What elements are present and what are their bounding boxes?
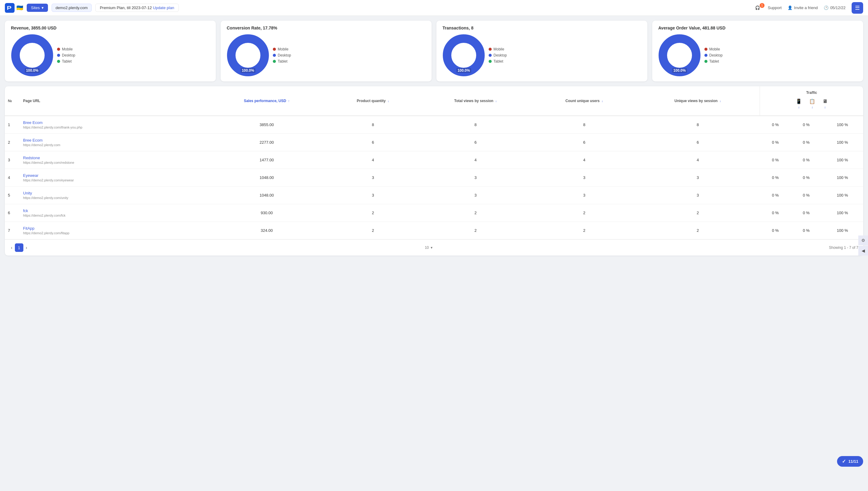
col-total-views[interactable]: Total views by session ↓ (418, 86, 533, 116)
page-name-link[interactable]: fck (23, 208, 203, 213)
header-right: 🎧 1 Support 👤 Invite a friend 🕐 05/12/22… (755, 2, 863, 14)
cell-page: Bree Ecom https://demo2.plerdy.com/thank… (20, 116, 206, 134)
stat-chart-0: 100.0% Mobile Desktop Tablet (11, 34, 210, 77)
cell-tablet: 0 % (791, 151, 822, 169)
svg-point-8 (669, 45, 690, 66)
legend-label: Desktop (709, 53, 723, 57)
prev-page-button[interactable]: ‹ (10, 244, 14, 251)
legend-label: Desktop (62, 53, 75, 57)
page-name-link[interactable]: Bree Ecom (23, 120, 203, 125)
legend-item: Tablet (705, 59, 723, 63)
page-name-link[interactable]: Redstone (23, 155, 203, 160)
legend-dot (489, 60, 492, 63)
page-name-link[interactable]: FitApp (23, 226, 203, 231)
legend-item: Tablet (57, 59, 75, 63)
support-label: Support (768, 5, 782, 10)
legend-item: Tablet (489, 59, 507, 63)
stat-card-1: Conversion Rate, 17.78% 100.0% Mobile (221, 21, 432, 81)
page-1-button[interactable]: 1 (15, 243, 23, 252)
legend-label: Tablet (278, 59, 287, 63)
legend-1: Mobile Desktop Tablet (273, 47, 291, 63)
invite-link[interactable]: 👤 Invite a friend (787, 5, 817, 10)
col-no: № (5, 86, 20, 116)
cell-product-qty: 2 (328, 222, 418, 239)
col-unique-views[interactable]: Unique views by session ↓ (636, 86, 760, 116)
legend-dot (705, 54, 708, 57)
sites-button[interactable]: Sites ▾ (27, 4, 48, 12)
logo[interactable]: 🇺🇦 (5, 3, 23, 13)
legend-item: Desktop (705, 53, 723, 57)
support-link[interactable]: 🎧 1 Support (755, 5, 782, 10)
legend-dot (705, 60, 708, 63)
cell-product-qty: 2 (328, 204, 418, 222)
update-plan-link[interactable]: Update plan (153, 5, 174, 10)
page-name-link[interactable]: Eyewear (23, 173, 203, 178)
legend-dot (489, 48, 492, 51)
menu-button[interactable]: ☰ (851, 2, 863, 14)
donut-chart-3: 100.0% (658, 34, 701, 77)
cell-no: 2 (5, 134, 20, 151)
cell-unique-users: 3 (533, 169, 636, 186)
stat-title-0: Revenue, 3855.00 USD (11, 26, 210, 30)
cell-total-views: 3 (418, 169, 533, 186)
cell-no: 7 (5, 222, 20, 239)
col-sales[interactable]: Sales performance, USD ↑ (206, 86, 328, 116)
cell-product-qty: 3 (328, 169, 418, 186)
legend-label: Tablet (494, 59, 503, 63)
tablet-sort[interactable]: ↓ (811, 105, 813, 109)
col-unique-users[interactable]: Count unique users ↓ (533, 86, 636, 116)
traffic-icons: 📱 ↓ 📋 ↓ 🖥 ↓ (763, 96, 860, 111)
cell-product-qty: 8 (328, 116, 418, 134)
legend-item: Desktop (273, 53, 291, 57)
cell-desktop: 100 % (822, 116, 863, 134)
page-name-link[interactable]: Unity (23, 191, 203, 195)
cell-unique-users: 2 (533, 222, 636, 239)
desktop-sort[interactable]: ↓ (824, 105, 826, 109)
donut-chart-2: 100.0% (442, 34, 485, 77)
cell-unique-views: 6 (636, 134, 760, 151)
notification-badge: 1 (760, 3, 765, 8)
cell-sales: 1477.00 (206, 151, 328, 169)
svg-point-6 (453, 45, 474, 66)
page-url-text: https://demo2.plerdy.com/eyewear (23, 178, 203, 182)
legend-dot (57, 54, 60, 57)
cell-sales: 3855.00 (206, 116, 328, 134)
plan-badge: Premium Plan, till 2023-07-12 Update pla… (95, 4, 179, 12)
cell-unique-views: 3 (636, 186, 760, 204)
legend-dot (273, 54, 276, 57)
cell-sales: 1048.00 (206, 186, 328, 204)
cell-total-views: 4 (418, 151, 533, 169)
cell-page: fck https://demo2.plerdy.com/fck (20, 204, 206, 222)
stat-chart-3: 100.0% Mobile Desktop Tablet (658, 34, 857, 77)
cell-mobile: 0 % (760, 222, 791, 239)
table-row: 1 Bree Ecom https://demo2.plerdy.com/tha… (5, 116, 863, 134)
legend-dot (705, 48, 708, 51)
settings-side-button[interactable]: ⚙ (858, 235, 868, 245)
cell-mobile: 0 % (760, 134, 791, 151)
donut-label-1: 100.0% (241, 68, 255, 73)
domain-badge: demo2.plerdy.com (52, 4, 92, 12)
next-page-button[interactable]: › (25, 244, 29, 251)
mobile-sort[interactable]: ↓ (798, 105, 800, 109)
cell-product-qty: 4 (328, 151, 418, 169)
table-row: 3 Redstone https://demo2.plerdy.com/reds… (5, 151, 863, 169)
stat-title-2: Transactions, 8 (442, 26, 641, 30)
collapse-side-button[interactable]: ◀ (858, 246, 868, 256)
page-name-link[interactable]: Bree Ecom (23, 138, 203, 143)
traffic-mobile: 📱 ↓ (796, 98, 802, 109)
logo-flag: 🇺🇦 (17, 5, 23, 11)
legend-dot (273, 48, 276, 51)
legend-label: Mobile (494, 47, 504, 51)
desktop-icon: 🖥 (823, 99, 827, 104)
mobile-icon: 📱 (796, 98, 802, 104)
cell-tablet: 0 % (791, 116, 822, 134)
cell-page: Eyewear https://demo2.plerdy.com/eyewear (20, 169, 206, 186)
donut-chart-1: 100.0% (227, 34, 269, 77)
col-product-qty[interactable]: Product quantity ↓ (328, 86, 418, 116)
cell-unique-views: 3 (636, 169, 760, 186)
legend-item: Mobile (57, 47, 75, 51)
date-display: 🕐 05/12/22 (824, 5, 845, 10)
cell-total-views: 3 (418, 186, 533, 204)
cell-sales: 324.00 (206, 222, 328, 239)
table-row: 7 FitApp https://demo2.plerdy.com/fitapp… (5, 222, 863, 239)
